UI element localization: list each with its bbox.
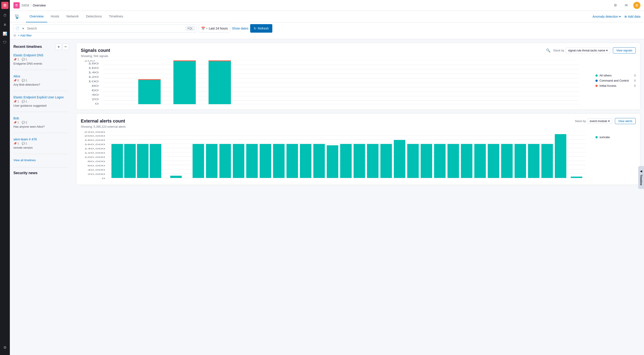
timeline-title-3[interactable]: Bob bbox=[14, 116, 69, 120]
tab-network[interactable]: Network bbox=[63, 11, 82, 22]
signals-chart-controls: 🔍 Stack by signal.rule.threat.tactic.nam… bbox=[546, 47, 636, 53]
plus-icon: ⊕ bbox=[624, 15, 627, 18]
refresh-button[interactable]: ↻ Refresh bbox=[250, 24, 272, 33]
add-filter-button[interactable]: + Add filter bbox=[18, 34, 32, 37]
pin-count-2: 📌 1 bbox=[14, 100, 19, 103]
anomaly-detection-button[interactable]: Anomaly detection ▾ bbox=[592, 15, 621, 18]
anomaly-detection-label: Anomaly detection bbox=[592, 15, 618, 18]
time-label: Last 24 hours bbox=[209, 26, 228, 30]
signals-stack-by-select[interactable]: signal.rule.threat.tactic.name ▾ bbox=[566, 48, 610, 53]
timeline-meta-3: 📌 1 💬 2 bbox=[14, 121, 69, 124]
filter-bar: 📄 ▾ KQL 📅 ▾ Last 24 hours Show dates ↻ R… bbox=[10, 22, 644, 39]
svg-rect-80 bbox=[380, 144, 392, 178]
signals-chart-svg-area: 0 20 40 60 80 100 120 140 160 180 200 bbox=[81, 60, 592, 105]
settings-icon[interactable]: ⚙ bbox=[612, 2, 619, 9]
tab-hosts[interactable]: Hosts bbox=[47, 11, 63, 22]
show-dates-button[interactable]: Show dates bbox=[232, 26, 248, 30]
timeline-tab[interactable]: ◀ Timeline bbox=[638, 166, 644, 189]
svg-rect-79 bbox=[367, 144, 378, 178]
legend-dot-suricata bbox=[596, 136, 598, 138]
pin-count-1: 📌 0 bbox=[14, 79, 19, 82]
signals-chart-header: Signals count 🔍 Stack by signal.rule.thr… bbox=[81, 47, 636, 53]
svg-text:0: 0 bbox=[95, 103, 99, 105]
timeline-title-4[interactable]: siem-team # 476 bbox=[14, 137, 69, 141]
dropdown-icon[interactable]: ▾ bbox=[22, 26, 24, 30]
svg-text:60: 60 bbox=[92, 89, 99, 92]
shield-icon[interactable]: 🛡 bbox=[1, 38, 9, 46]
external-alerts-stack-by-value: event.module bbox=[590, 119, 607, 123]
tab-detections[interactable]: Detections bbox=[82, 11, 106, 22]
search-doc-icon: 📄 bbox=[16, 26, 19, 30]
legend-label-suricata: suricata bbox=[600, 135, 636, 139]
gear-icon[interactable]: ⚙ bbox=[1, 343, 9, 352]
svg-text:02-11 03:00: 02-11 03:00 bbox=[330, 180, 361, 180]
external-alerts-chart-svg: 0 20,000 40,000 60,000 80,000 100,000 12… bbox=[81, 131, 592, 180]
svg-rect-64 bbox=[150, 144, 161, 178]
comment-count-1: 💬 1 bbox=[22, 79, 27, 82]
search-input[interactable] bbox=[27, 26, 184, 30]
legend-item-initial-access: Initial Access 0 bbox=[596, 84, 636, 87]
svg-text:60,000: 60,000 bbox=[88, 165, 105, 167]
legend-label-all-others: All others bbox=[600, 74, 632, 77]
svg-rect-66 bbox=[193, 144, 204, 178]
nav-bar: 📡 Overview Hosts Network Detections Time… bbox=[10, 11, 644, 22]
user-icon[interactable]: A bbox=[1, 20, 9, 29]
svg-rect-23 bbox=[138, 80, 161, 104]
svg-text:120: 120 bbox=[88, 76, 99, 78]
external-alerts-stack-by-label: Stack by bbox=[575, 119, 586, 123]
add-data-button[interactable]: ⊕ Add data bbox=[624, 15, 640, 18]
signals-chart-body: 0 20 40 60 80 100 120 140 160 180 200 bbox=[81, 60, 636, 105]
legend-dot-c2 bbox=[596, 80, 598, 82]
external-alerts-chart-body: 0 20,000 40,000 60,000 80,000 100,000 12… bbox=[81, 131, 636, 180]
timeline-title-2[interactable]: Elastic Endpoint Explicit User Logon bbox=[14, 95, 69, 99]
search-box[interactable]: 📄 ▾ KQL bbox=[14, 24, 197, 32]
comment-count-4: 💬 1 bbox=[22, 142, 27, 145]
refresh-icon: ↻ bbox=[254, 26, 256, 30]
svg-rect-78 bbox=[354, 144, 365, 178]
main-area: SIEM / Overview ⚙ ✉ D 📡 Overview Hosts N… bbox=[10, 0, 644, 355]
svg-text:220,000: 220,000 bbox=[84, 131, 105, 133]
svg-rect-71 bbox=[260, 144, 271, 178]
user-avatar[interactable]: D bbox=[633, 2, 640, 9]
svg-rect-94 bbox=[571, 177, 582, 178]
tab-timelines[interactable]: Timelines bbox=[106, 11, 127, 22]
timeline-title-1[interactable]: Alice bbox=[14, 74, 69, 78]
svg-rect-86 bbox=[461, 144, 472, 178]
pin-count-0: 📌 1 bbox=[14, 58, 19, 61]
time-picker[interactable]: 📅 ▾ Last 24 hours bbox=[199, 24, 230, 33]
new-timeline-button[interactable]: ✏ bbox=[63, 43, 69, 50]
nav-right: Anomaly detection ▾ ⊕ Add data bbox=[592, 15, 640, 18]
view-all-timelines-link[interactable]: View all timelines bbox=[14, 158, 69, 162]
svg-text:180,000: 180,000 bbox=[84, 139, 105, 141]
favorite-timelines-button[interactable]: ★ bbox=[56, 43, 62, 50]
view-alerts-button[interactable]: View alerts bbox=[615, 118, 636, 124]
chevron-down-icon: ▾ bbox=[619, 15, 621, 18]
chart-icon[interactable]: 📊 bbox=[1, 29, 9, 37]
logo-icon bbox=[1, 2, 8, 9]
tab-overview[interactable]: Overview bbox=[26, 11, 47, 22]
clock-icon[interactable]: ⏱ bbox=[1, 12, 9, 20]
content-area: Recent timelines ★ ✏ Elastic Endpoint DN… bbox=[10, 39, 644, 355]
svg-rect-82 bbox=[407, 144, 419, 178]
nav-logo-area: 📡 bbox=[14, 13, 20, 20]
signals-chart-title: Signals count bbox=[81, 48, 110, 53]
svg-rect-85 bbox=[448, 144, 459, 178]
svg-rect-61 bbox=[112, 144, 123, 178]
list-item: Alice 📌 0 💬 1 Any Bob detections? bbox=[14, 74, 69, 91]
legend-val-initial-access: 0 bbox=[634, 84, 636, 87]
list-item: Elastic Endpoint DNS 📌 1 💬 1 Endgame DNS… bbox=[14, 53, 69, 70]
recent-timelines-title: Recent timelines bbox=[14, 45, 42, 49]
timeline-title-0[interactable]: Elastic Endpoint DNS bbox=[14, 53, 69, 57]
kql-badge[interactable]: KQL bbox=[186, 26, 195, 31]
inspect-icon[interactable]: 🔍 bbox=[546, 48, 550, 52]
mail-icon[interactable]: ✉ bbox=[622, 2, 630, 9]
svg-point-0 bbox=[3, 3, 7, 7]
list-item: siem-team # 476 📌 1 💬 1 remote version bbox=[14, 137, 69, 154]
svg-rect-74 bbox=[300, 144, 311, 178]
svg-rect-27 bbox=[208, 60, 231, 104]
view-signals-button[interactable]: View signals bbox=[613, 47, 636, 53]
comment-count-2: 💬 1 bbox=[22, 100, 27, 103]
svg-rect-70 bbox=[246, 144, 258, 178]
external-alerts-stack-by-select[interactable]: event.module ▾ bbox=[588, 118, 612, 124]
timeline-tab-label: Timeline bbox=[640, 175, 643, 185]
